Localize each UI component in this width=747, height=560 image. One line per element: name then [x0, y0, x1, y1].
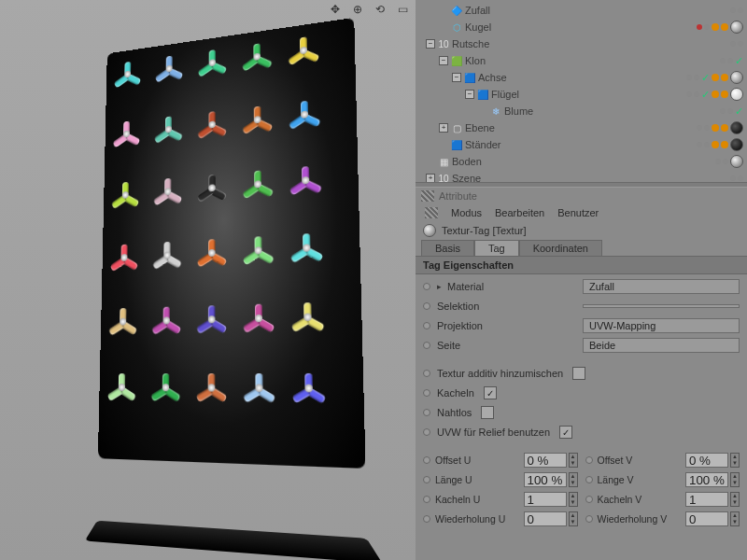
material-tag-icon[interactable]: [730, 88, 743, 101]
anim-dot[interactable]: [423, 409, 430, 416]
tag-dot[interactable]: [721, 91, 728, 98]
visibility-dot[interactable]: [694, 91, 699, 97]
num-input[interactable]: [685, 472, 728, 487]
tab-tag[interactable]: Tag: [474, 240, 519, 256]
visibility-dot[interactable]: [738, 41, 743, 47]
zoom-icon[interactable]: ⊕: [350, 2, 365, 17]
anim-dot[interactable]: [585, 515, 593, 523]
anim-dot[interactable]: [423, 322, 430, 329]
anim-dot[interactable]: [423, 370, 430, 377]
anim-dot[interactable]: [423, 283, 430, 290]
property-value[interactable]: Beide: [583, 338, 740, 353]
tree-row[interactable]: −🟩Klon✓: [419, 52, 743, 69]
tree-row[interactable]: 🔷Zufall: [419, 2, 743, 19]
material-tag-icon[interactable]: [730, 138, 743, 151]
checkbox[interactable]: [481, 406, 494, 419]
anim-dot[interactable]: [423, 476, 430, 483]
visibility-dot[interactable]: [730, 7, 736, 13]
tag-dot[interactable]: [712, 124, 719, 132]
tag-dot[interactable]: [721, 124, 728, 132]
rotate-icon[interactable]: ⟲: [373, 2, 388, 17]
expand-icon[interactable]: +: [439, 123, 448, 133]
visibility-dot[interactable]: [730, 41, 736, 47]
object-name[interactable]: Blume: [504, 105, 533, 117]
visibility-dot[interactable]: [720, 58, 726, 63]
visibility-dot[interactable]: [686, 75, 692, 80]
anim-dot[interactable]: [423, 456, 430, 464]
tree-row[interactable]: +10Szene: [419, 170, 743, 182]
spinner[interactable]: ▲▼: [569, 492, 578, 507]
tree-row[interactable]: +▢Ebene: [419, 119, 743, 136]
expand-icon[interactable]: +: [426, 174, 435, 182]
property-value[interactable]: [583, 304, 740, 308]
num-input[interactable]: [685, 511, 728, 526]
spinner[interactable]: ▲▼: [730, 511, 740, 526]
menu-benutzer[interactable]: Benutzer: [557, 207, 599, 218]
tag-dot[interactable]: [712, 23, 719, 31]
tab-koordinaten[interactable]: Koordinaten: [519, 240, 602, 256]
anim-dot[interactable]: [585, 496, 593, 503]
num-input[interactable]: [524, 511, 567, 526]
material-tag-icon[interactable]: [730, 155, 743, 168]
grip-icon[interactable]: [425, 207, 438, 218]
anim-dot[interactable]: [585, 456, 593, 464]
expand-icon[interactable]: −: [426, 39, 435, 49]
visibility-dot[interactable]: [704, 125, 710, 131]
tag-dot[interactable]: [721, 74, 728, 81]
object-name[interactable]: Achse: [478, 72, 507, 83]
visibility-dot[interactable]: [686, 91, 692, 97]
visibility-dot[interactable]: [704, 24, 710, 30]
object-name[interactable]: Klon: [465, 55, 486, 66]
grip-icon[interactable]: [421, 190, 434, 202]
check-icon[interactable]: ✓: [701, 89, 710, 101]
num-input[interactable]: [685, 453, 728, 468]
visibility-dot[interactable]: [697, 24, 702, 30]
property-value[interactable]: UVW-Mapping: [583, 318, 740, 333]
tag-dot[interactable]: [712, 74, 719, 81]
anim-dot[interactable]: [585, 476, 593, 483]
tree-row[interactable]: ❄Blume✓: [419, 103, 743, 119]
menu-bearbeiten[interactable]: Bearbeiten: [495, 207, 544, 218]
object-manager[interactable]: 🔷Zufall⬡Kugel−10Rutsche−🟩Klon✓−🟦Achse✓−🟦…: [416, 0, 747, 182]
move-icon[interactable]: ✥: [328, 2, 343, 17]
visibility-dot[interactable]: [738, 175, 743, 181]
num-input[interactable]: [524, 472, 567, 487]
visibility-dot[interactable]: [727, 108, 733, 114]
visibility-dot[interactable]: [723, 159, 728, 164]
tag-dot[interactable]: [721, 141, 728, 148]
num-input[interactable]: [685, 492, 728, 507]
tree-row[interactable]: ▦Boden: [419, 153, 743, 170]
visibility-dot[interactable]: [730, 175, 736, 181]
object-name[interactable]: Flügel: [491, 89, 519, 100]
anim-dot[interactable]: [423, 389, 430, 397]
num-input[interactable]: [524, 453, 567, 468]
anim-dot[interactable]: [423, 342, 430, 349]
visibility-dot[interactable]: [738, 7, 743, 13]
num-input[interactable]: [524, 492, 567, 507]
spinner[interactable]: ▲▼: [730, 492, 740, 507]
tag-dot[interactable]: [712, 141, 719, 148]
anim-dot[interactable]: [423, 515, 430, 523]
viewport-3d[interactable]: ✥ ⊕ ⟲ ▭: [0, 0, 416, 560]
visibility-dot[interactable]: [694, 75, 699, 80]
expand-icon[interactable]: −: [439, 56, 448, 65]
tree-row[interactable]: −🟦Flügel✓: [419, 86, 743, 103]
spinner[interactable]: ▲▼: [569, 511, 578, 526]
object-name[interactable]: Kugel: [465, 21, 491, 33]
object-name[interactable]: Ebene: [465, 122, 495, 133]
expand-icon[interactable]: −: [465, 90, 474, 99]
material-tag-icon[interactable]: [730, 21, 743, 34]
visibility-dot[interactable]: [715, 159, 721, 164]
tree-row[interactable]: −🟦Achse✓: [419, 69, 743, 86]
check-icon[interactable]: ✓: [735, 105, 743, 118]
visibility-dot[interactable]: [697, 125, 702, 131]
spinner[interactable]: ▲▼: [730, 472, 740, 487]
checkbox[interactable]: ✓: [559, 426, 572, 439]
tree-row[interactable]: −10Rutsche: [419, 35, 743, 52]
visibility-dot[interactable]: [720, 108, 726, 114]
object-name[interactable]: Rutsche: [452, 38, 489, 49]
visibility-dot[interactable]: [704, 142, 710, 147]
object-name[interactable]: Szene: [452, 173, 481, 182]
tab-basis[interactable]: Basis: [421, 240, 474, 256]
tree-row[interactable]: 🟦Ständer: [419, 136, 743, 153]
